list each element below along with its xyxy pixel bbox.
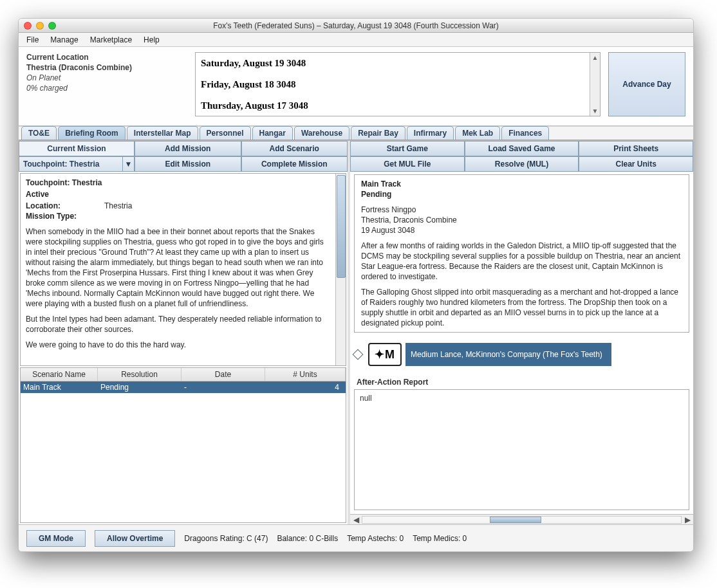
menu-file[interactable]: File [21, 34, 44, 46]
cell-scenario-name: Main Track [21, 381, 98, 393]
table-row[interactable]: Main Track Pending - 4 [21, 381, 346, 393]
tab-interstellar-map[interactable]: Interstellar Map [127, 126, 198, 140]
mission-location-value: Thestria [104, 201, 132, 211]
window-title: Fox's Teeth (Federated Suns) – Saturday,… [19, 21, 693, 30]
lance-label[interactable]: Medium Lance, McKinnon's Company (The Fo… [405, 343, 611, 366]
location-charged: 0% charged [26, 84, 68, 93]
scroll-track[interactable] [362, 516, 682, 524]
horizontal-scrollbar[interactable]: ◀ ▶ [350, 514, 693, 524]
track-body: The Galloping Ghost slipped into orbit m… [361, 287, 682, 328]
track-location-2: Thestria, Draconis Combine [361, 216, 457, 225]
location-planet: Thestria (Draconis Combine) [26, 63, 132, 72]
col-date[interactable]: Date [182, 368, 265, 381]
aar-textbox[interactable]: null [354, 389, 689, 510]
allow-overtime-button[interactable]: Allow Overtime [95, 530, 175, 547]
menu-help[interactable]: Help [138, 34, 165, 46]
balance-text: Balance: 0 C-Bills [277, 534, 338, 543]
date-log-entry[interactable]: Friday, August 18 3048 [196, 74, 590, 95]
current-mission-label: Current Mission [19, 141, 135, 156]
mission-status: Active [26, 190, 49, 199]
get-mul-file-button[interactable]: Get MUL File [350, 156, 465, 172]
date-log-scrollbar[interactable]: ▲ ▼ [590, 53, 600, 116]
advance-day-button[interactable]: Advance Day [608, 52, 685, 116]
print-sheets-button[interactable]: Print Sheets [579, 141, 693, 156]
track-body: After a few months of raiding worlds in … [361, 241, 682, 282]
mission-description: Touchpoint: Thestria Active Location: Th… [21, 174, 335, 365]
menu-manage[interactable]: Manage [45, 34, 83, 46]
mission-desc-scrollbar[interactable] [335, 174, 346, 365]
minimize-window-button[interactable] [36, 22, 44, 30]
tab-warehouse[interactable]: Warehouse [294, 126, 349, 140]
scroll-thumb[interactable] [337, 175, 346, 278]
tab-repair-bay[interactable]: Repair Bay [351, 126, 405, 140]
main-tabs: TO&E Briefing Room Interstellar Map Pers… [19, 126, 693, 140]
lance-icon: ✦M [368, 343, 402, 366]
scroll-left-icon[interactable]: ◀ [351, 515, 360, 524]
location-status: On Planet [26, 73, 61, 82]
scenario-table: Scenario Name Resolution Date # Units Ma… [20, 367, 346, 523]
mission-body: But the Intel types had been adamant. Th… [26, 314, 330, 335]
temp-astechs-text: Temp Astechs: 0 [347, 534, 404, 543]
date-log: Saturday, August 19 3048 Friday, August … [195, 52, 601, 116]
tab-toe[interactable]: TO&E [21, 126, 57, 140]
col-units[interactable]: # Units [265, 368, 346, 381]
scroll-up-icon[interactable]: ▲ [592, 53, 599, 62]
mission-body: When somebody in the MIIO had a bee in t… [26, 226, 330, 309]
complete-mission-button[interactable]: Complete Mission [241, 156, 348, 172]
start-game-button[interactable]: Start Game [350, 141, 465, 156]
temp-medics-text: Temp Medics: 0 [413, 534, 467, 543]
dragoons-rating: Dragoons Rating: C (47) [184, 534, 268, 543]
tree-handle-icon[interactable] [353, 349, 364, 360]
mission-type-label: Mission Type: [26, 212, 77, 221]
scroll-down-icon[interactable]: ▼ [592, 106, 599, 116]
col-resolution[interactable]: Resolution [98, 368, 182, 381]
track-date: 19 August 3048 [361, 226, 414, 235]
date-log-entry[interactable]: Thursday, August 17 3048 [196, 95, 590, 116]
mission-body: We were going to have to do this the har… [26, 340, 330, 350]
track-title: Main Track [361, 179, 401, 188]
chevron-down-icon[interactable]: ▼ [122, 157, 134, 171]
tab-finances[interactable]: Finances [501, 126, 549, 140]
close-window-button[interactable] [24, 22, 32, 30]
mission-select[interactable]: Touchpoint: Thestria ▼ [19, 156, 135, 172]
track-status: Pending [361, 190, 391, 199]
resolve-mul-button[interactable]: Resolve (MUL) [465, 156, 579, 172]
aar-label: After-Action Report [357, 378, 687, 387]
tab-infirmary[interactable]: Infirmary [407, 126, 454, 140]
location-header: Current Location [26, 53, 89, 62]
title-bar: Fox's Teeth (Federated Suns) – Saturday,… [19, 19, 693, 33]
col-scenario-name[interactable]: Scenario Name [21, 368, 98, 381]
gm-mode-button[interactable]: GM Mode [26, 530, 86, 547]
mission-title: Touchpoint: Thestria [26, 178, 330, 188]
tab-mek-lab[interactable]: Mek Lab [455, 126, 500, 140]
add-scenario-button[interactable]: Add Scenario [241, 141, 348, 156]
mission-select-value: Touchpoint: Thestria [19, 157, 122, 171]
add-mission-button[interactable]: Add Mission [135, 141, 241, 156]
menu-bar: File Manage Marketplace Help [19, 33, 693, 47]
track-location-1: Fortress Ningpo [361, 205, 416, 214]
lance-tree-row[interactable]: ✦M Medium Lance, McKinnon's Company (The… [354, 343, 689, 366]
zoom-window-button[interactable] [48, 22, 56, 30]
load-saved-game-button[interactable]: Load Saved Game [465, 141, 579, 156]
cell-resolution: Pending [98, 381, 182, 393]
cell-date: - [182, 381, 265, 393]
current-location-panel: Current Location Thestria (Draconis Comb… [26, 52, 187, 116]
cell-units: 4 [265, 381, 346, 393]
tab-hangar[interactable]: Hangar [252, 126, 293, 140]
scroll-thumb[interactable] [490, 517, 541, 523]
menu-marketplace[interactable]: Marketplace [85, 34, 137, 46]
tab-personnel[interactable]: Personnel [200, 126, 251, 140]
track-panel: Main Track Pending Fortress Ningpo Thest… [354, 174, 689, 333]
clear-units-button[interactable]: Clear Units [579, 156, 693, 172]
scroll-right-icon[interactable]: ▶ [683, 515, 692, 524]
date-log-entry[interactable]: Saturday, August 19 3048 [196, 53, 590, 74]
tab-briefing-room[interactable]: Briefing Room [58, 126, 126, 140]
edit-mission-button[interactable]: Edit Mission [135, 156, 241, 172]
status-bar: GM Mode Allow Overtime Dragoons Rating: … [19, 524, 693, 551]
mission-location-label: Location: [26, 201, 85, 211]
